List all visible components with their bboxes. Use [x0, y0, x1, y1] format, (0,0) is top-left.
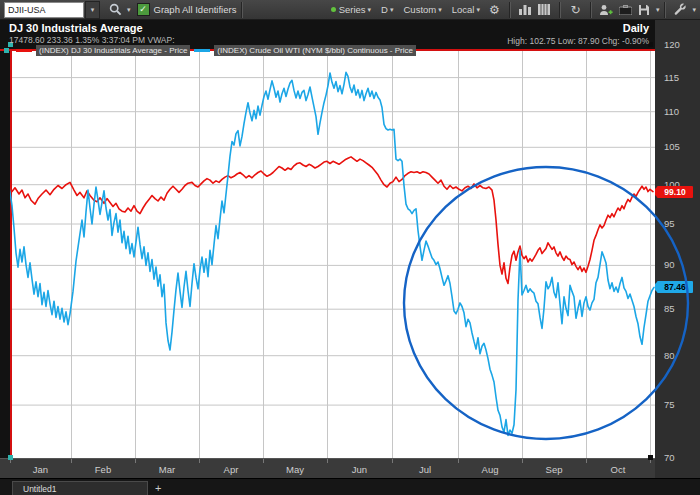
add-tab-button[interactable]: +	[155, 482, 161, 494]
toolbar-separator	[590, 2, 592, 18]
sheet-tab-bar: Untitled1 +	[0, 478, 700, 495]
toolbar-separator	[509, 2, 511, 18]
selection-handle[interactable]	[4, 48, 9, 53]
local-menu[interactable]: Local▾	[452, 4, 480, 15]
tab-untitled1[interactable]: Untitled1	[12, 481, 148, 495]
toolbar-separator	[241, 2, 243, 18]
toolbar-right-group: Series▾ D▾ Custom▾ Local▾ ⚙ ↻ ▾ ▾	[326, 2, 696, 18]
legend-swatch-crude-oil	[194, 49, 210, 52]
factset-charting-window: { "toolbar": { "ticker_value": "DJII-USA…	[0, 0, 700, 495]
chart-header: DJ 30 Industrials Average 17478.60 233.3…	[0, 20, 655, 64]
settings-gear-icon[interactable]: ⚙	[486, 2, 503, 18]
wrench-dropdown-caret[interactable]: ▾	[692, 6, 696, 14]
selection-handle	[8, 455, 13, 460]
ticker-dropdown-button[interactable]: ▾	[85, 1, 100, 19]
graph-all-identifiers-checkbox[interactable]: ✓	[137, 3, 150, 16]
toolbar-separator	[559, 2, 561, 18]
search-icon[interactable]	[107, 2, 124, 18]
price-chart-canvas[interactable]	[0, 20, 700, 478]
quote-line: 17478.60 233.36 1.35% 3:37:04 PM VWAP:	[9, 35, 175, 45]
frequency-label: Daily	[623, 22, 649, 34]
share-user-icon[interactable]	[598, 2, 615, 18]
range-stats: High: 102.75 Low: 87.90 Chg: -0.90%	[507, 36, 649, 46]
save-icon[interactable]	[636, 2, 653, 18]
save-dropdown-caret[interactable]: ▾	[656, 6, 660, 14]
frequency-menu[interactable]: D▾	[381, 4, 393, 15]
graph-all-identifiers-label: Graph All Identifiers	[154, 4, 237, 15]
chart-region: 12011511010510095908580757099.1087.46 Ja…	[0, 20, 700, 478]
legend-item-crude-oil[interactable]: (INDEX) Crude Oil WTI (NYM $/bbl) Contin…	[214, 45, 416, 56]
ticker-input[interactable]	[4, 2, 84, 18]
selection-handle	[648, 455, 653, 460]
refresh-icon[interactable]: ↻	[567, 2, 584, 18]
series-menu[interactable]: Series▾	[331, 4, 371, 15]
toolbar-separator	[664, 2, 666, 18]
chart-type-icon[interactable]	[517, 2, 534, 18]
series-status-dot	[331, 7, 336, 12]
legend-item-dj30[interactable]: (INDEX) DJ 30 Industrials Average - Pric…	[36, 45, 190, 56]
legend-swatch-dj30	[16, 49, 32, 52]
data-table-icon[interactable]	[536, 2, 553, 18]
briefcase-icon[interactable]	[617, 2, 634, 18]
wrench-icon[interactable]	[672, 2, 689, 18]
chart-legend: (INDEX) DJ 30 Industrials Average - Pric…	[4, 45, 416, 56]
custom-menu[interactable]: Custom▾	[403, 4, 441, 15]
search-dropdown-caret[interactable]: ▾	[127, 6, 131, 14]
chart-title: DJ 30 Industrials Average	[9, 22, 143, 34]
top-toolbar: ▾ ▾ ✓ Graph All Identifiers Series▾ D▾ C…	[0, 0, 700, 20]
